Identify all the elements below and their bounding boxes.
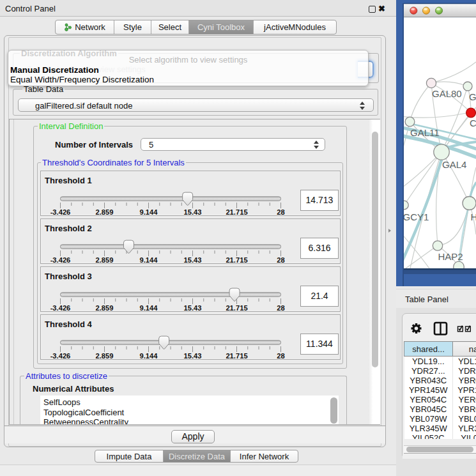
svg-text:15.43: 15.43 [184,208,202,216]
svg-text:21.715: 21.715 [226,352,247,360]
svg-text:-3.426: -3.426 [50,208,71,216]
svg-text:21.715: 21.715 [226,304,247,312]
svg-text:GAL4: GAL4 [442,159,466,170]
svg-text:GAL80: GAL80 [432,88,462,99]
svg-text:H: H [471,211,476,222]
svg-text:-3.426: -3.426 [50,256,71,264]
svg-text:28: 28 [277,208,284,216]
svg-text:C: C [470,118,476,128]
svg-text:HAP2: HAP2 [438,251,463,262]
svg-text:28: 28 [277,256,284,264]
svg-text:9.144: 9.144 [140,304,158,312]
svg-text:15.43: 15.43 [184,256,202,264]
svg-text:28: 28 [277,352,284,360]
svg-text:9.144: 9.144 [140,208,158,216]
svg-text:21.715: 21.715 [226,256,247,264]
svg-text:15.43: 15.43 [184,304,202,312]
svg-text:-3.426: -3.426 [50,304,71,312]
svg-text:15.43: 15.43 [184,352,202,360]
svg-text:2.859: 2.859 [96,256,114,264]
svg-text:GA: GA [469,91,476,102]
svg-text:2.859: 2.859 [96,304,114,312]
svg-text:GCY1: GCY1 [403,211,429,222]
svg-text:2.859: 2.859 [96,352,114,360]
svg-text:21.715: 21.715 [226,208,247,216]
svg-text:GAL11: GAL11 [410,127,440,138]
svg-text:2.859: 2.859 [96,208,114,216]
svg-text:9.144: 9.144 [140,352,158,360]
svg-text:28: 28 [277,304,284,312]
svg-text:-3.426: -3.426 [50,352,71,360]
svg-text:9.144: 9.144 [140,256,158,264]
